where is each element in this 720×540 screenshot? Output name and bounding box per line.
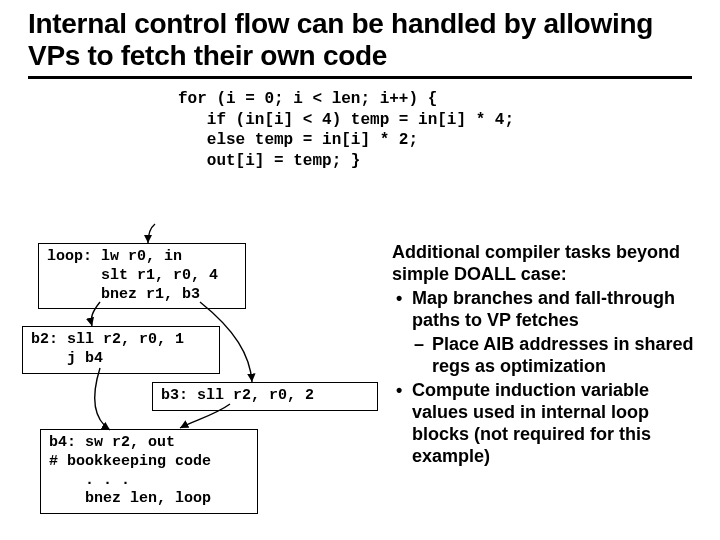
asm-block-b2: b2: sll r2, r0, 1 j b4: [22, 326, 220, 374]
bullet-induction-vars: Compute induction variable values used i…: [392, 380, 702, 468]
asm-block-b3: b3: sll r2, r0, 2: [152, 382, 378, 411]
bullet-map-branches: Map branches and fall-through paths to V…: [392, 288, 702, 332]
asm-block-b4: b4: sw r2, out # bookkeeping code . . . …: [40, 429, 258, 514]
source-code-c: for (i = 0; i < len; i++) { if (in[i] < …: [178, 89, 692, 171]
compiler-tasks: Additional compiler tasks beyond simple …: [392, 242, 702, 468]
slide-title: Internal control flow can be handled by …: [28, 8, 692, 72]
title-underline: [28, 76, 692, 79]
subbullet-aib-addresses: Place AIB addresses in shared regs as op…: [392, 334, 702, 378]
compiler-tasks-list: Map branches and fall-through paths to V…: [392, 288, 702, 468]
compiler-tasks-heading: Additional compiler tasks beyond simple …: [392, 242, 702, 286]
asm-block-loop: loop: lw r0, in slt r1, r0, 4 bnez r1, b…: [38, 243, 246, 309]
slide: Internal control flow can be handled by …: [0, 0, 720, 540]
